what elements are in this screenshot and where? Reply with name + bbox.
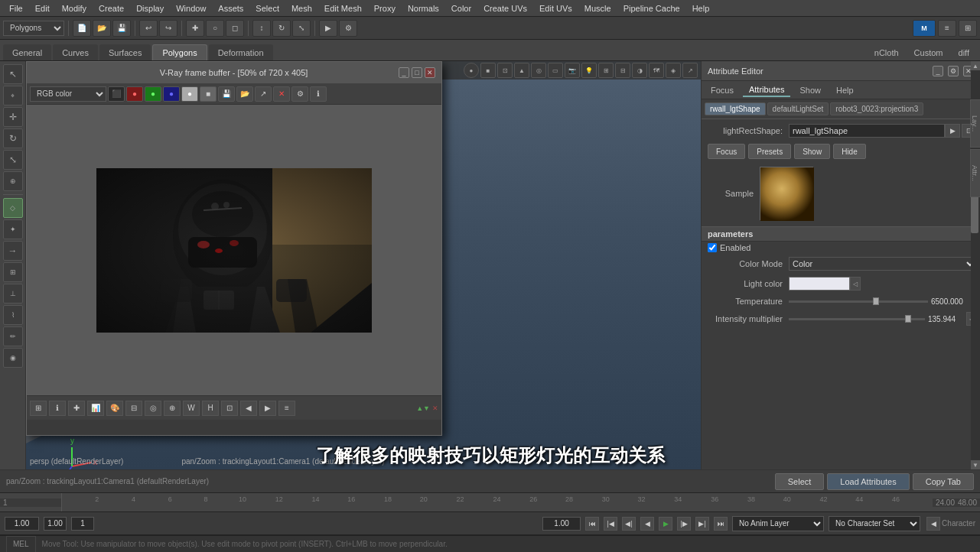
tool-measure[interactable]: ⊥ (3, 284, 23, 304)
time-current[interactable] (542, 517, 581, 531)
vray-width[interactable]: W (183, 401, 200, 416)
tool-curve-cv[interactable]: ⌇ (3, 305, 23, 325)
menu-modify[interactable]: Modify (56, 2, 93, 15)
tool-rotate[interactable]: ↻ (3, 128, 23, 148)
tab-diff[interactable]: diff (951, 45, 977, 60)
focus-btn[interactable]: Focus (708, 144, 745, 159)
scale-btn[interactable]: ⤡ (292, 20, 311, 37)
char-set-select[interactable]: No Character Set (829, 516, 920, 531)
menu-assets[interactable]: Assets (212, 2, 249, 15)
vray-titlebar[interactable]: V-Ray frame buffer - [50% of 720 x 405] … (27, 62, 441, 83)
tool-scale[interactable]: ⤡ (3, 150, 23, 170)
attr-tab-help[interactable]: Help (830, 84, 860, 96)
tab-surfaces[interactable]: Surfaces (99, 44, 151, 60)
vray-prev-frame[interactable]: ◀ (240, 401, 257, 416)
vray-zoom-region[interactable]: ⊞ (30, 401, 47, 416)
char-prev-btn[interactable]: ◀ (926, 517, 940, 531)
tool-lasso[interactable]: ⌖ (3, 86, 23, 106)
tab-curves[interactable]: Curves (53, 44, 98, 60)
vray-tb-load[interactable]: 📂 (236, 86, 253, 102)
node-tab-robot-proj[interactable]: robot3_0023:projection3 (830, 102, 923, 115)
undo-btn[interactable]: ↩ (139, 20, 158, 37)
vray-tb-color[interactable]: ⬛ (108, 86, 125, 102)
vray-channel-select[interactable]: RGB color (30, 86, 106, 102)
play-prev-key-btn[interactable]: |◀ (604, 517, 617, 531)
menu-mesh[interactable]: Mesh (285, 2, 318, 15)
hide-btn[interactable]: Hide (833, 144, 866, 159)
vray-tb-info[interactable]: ℹ (310, 86, 327, 102)
tab-general[interactable]: General (3, 44, 51, 60)
play-forward-btn[interactable]: ▶ (659, 517, 672, 531)
tool-sculpt[interactable]: ◉ (3, 348, 23, 368)
timeline-ruler[interactable]: 2 4 6 8 10 12 14 16 18 20 22 24 26 28 30… (61, 493, 933, 511)
tool-paint-sel[interactable]: ✦ (3, 219, 23, 239)
play-next-btn[interactable]: |▶ (677, 517, 691, 531)
render-settings-btn[interactable]: ⚙ (339, 20, 357, 37)
menu-file[interactable]: File (3, 2, 29, 15)
vray-height[interactable]: H (202, 401, 219, 416)
menu-proxy[interactable]: Proxy (368, 2, 402, 15)
menu-normals[interactable]: Normals (402, 2, 445, 15)
vp-camera-btn[interactable]: 📷 (565, 63, 580, 78)
paint-btn[interactable]: ◻ (226, 20, 244, 37)
play-next-key-btn[interactable]: ▶| (695, 517, 709, 531)
intensity-slider[interactable] (789, 318, 925, 320)
vray-tb-green[interactable]: ● (145, 86, 161, 102)
tab-deformation[interactable]: Deformation (209, 44, 273, 60)
temperature-thumb[interactable] (873, 297, 879, 305)
menu-select[interactable]: Select (249, 2, 285, 15)
attr-tab-show[interactable]: Show (793, 84, 827, 96)
tool-camera[interactable]: ⊕ (3, 171, 23, 191)
vray-tb-export[interactable]: ↗ (255, 86, 272, 102)
open-scene-btn[interactable]: 📂 (93, 20, 111, 37)
play-back-btn[interactable]: ◀ (640, 517, 654, 531)
rotate-btn[interactable]: ↻ (272, 20, 291, 37)
lasso-btn[interactable]: ○ (206, 20, 224, 37)
intensity-thumb[interactable] (905, 315, 911, 323)
vray-histogram[interactable]: 📊 (87, 401, 104, 416)
vray-tb-red[interactable]: ● (126, 86, 143, 102)
select-action-btn[interactable]: Select (775, 473, 825, 490)
attr-tab-attributes[interactable]: Attributes (743, 83, 790, 97)
menu-color[interactable]: Color (445, 2, 477, 15)
edge-tab-attr[interactable]: Attr... (970, 149, 980, 197)
save-scene-btn[interactable]: 💾 (112, 20, 131, 37)
presets-btn[interactable]: Presets (748, 144, 791, 159)
vp-shade-btn[interactable]: ◑ (632, 63, 647, 78)
vray-region-render[interactable]: ⊟ (125, 401, 142, 416)
play-first-btn[interactable]: ⏮ (585, 517, 599, 531)
redo-btn[interactable]: ↪ (159, 20, 177, 37)
vray-fit[interactable]: ⊡ (221, 401, 238, 416)
vp-grid-btn[interactable]: ⊞ (598, 63, 614, 78)
menu-create[interactable]: Create (93, 2, 130, 15)
attr-minimize[interactable]: _ (933, 66, 943, 76)
scroll-down-arrow[interactable]: ▼ (971, 460, 980, 469)
menu-help[interactable]: Help (686, 2, 716, 15)
tool-move[interactable]: ✛ (3, 107, 23, 127)
frame-start-input[interactable] (5, 517, 39, 531)
menu-display[interactable]: Display (130, 2, 170, 15)
vray-layers[interactable]: ≡ (278, 401, 295, 416)
vp-cone-btn[interactable]: ▲ (514, 63, 529, 78)
frame-current-input[interactable] (44, 517, 67, 531)
vray-lens[interactable]: ◎ (145, 401, 161, 416)
node-tab-defaultlightset[interactable]: defaultLightSet (767, 102, 829, 115)
viewport-container[interactable]: View Shading Lighting Show Renderer Pane… (26, 61, 701, 469)
vp-plane-btn[interactable]: ▭ (548, 63, 563, 78)
menu-window[interactable]: Window (170, 2, 212, 15)
light-color-slider-btn[interactable]: ◁ (850, 277, 861, 291)
node-tab-rwall[interactable]: rwall_lgtShape (705, 102, 766, 115)
vp-light-btn[interactable]: 💡 (581, 63, 597, 78)
vray-tb-settings[interactable]: ⚙ (291, 86, 308, 102)
menu-create-uvs[interactable]: Create UVs (477, 2, 533, 15)
edge-tab-layer[interactable]: Lay... (970, 99, 980, 148)
vp-torus-btn[interactable]: ◎ (531, 63, 546, 78)
vray-tb-close-x[interactable]: ✕ (273, 86, 290, 102)
menu-edit-uvs[interactable]: Edit UVs (533, 2, 578, 15)
color-mode-select[interactable]: Color Temperature (789, 257, 977, 271)
enabled-checkbox[interactable] (708, 243, 717, 252)
render-btn[interactable]: ▶ (319, 20, 337, 37)
vp-wire-btn[interactable]: ⊟ (615, 63, 630, 78)
scroll-up-arrow[interactable]: ▲ (971, 61, 980, 70)
mode-select[interactable]: Polygons (3, 21, 64, 36)
